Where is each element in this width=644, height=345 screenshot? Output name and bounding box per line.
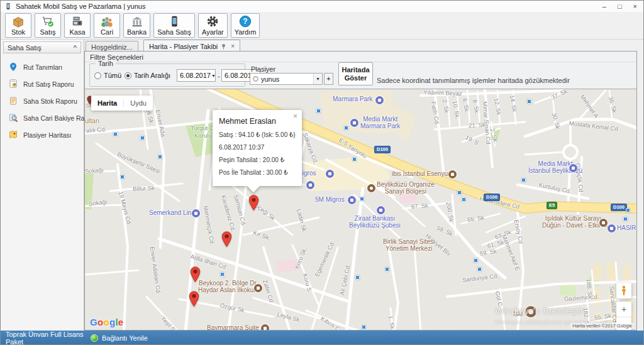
- box-icon: [11, 14, 25, 28]
- google-logo[interactable]: Google: [90, 317, 124, 327]
- map-pin-icon: [9, 62, 18, 72]
- filter-panel: Filtre Seçenekleri Tarih Tümü Tarih Aral…: [85, 52, 636, 89]
- dropdown-arrow-icon[interactable]: ▼: [211, 74, 216, 78]
- sidebar-item-plasiyer-haritasi[interactable]: Plasiyer Haritası: [1, 126, 84, 143]
- yardim-button[interactable]: ? Yardım: [231, 13, 260, 38]
- street-label: 67. Sk: [411, 202, 429, 210]
- combo-circle-icon: [253, 76, 258, 82]
- street-label: Mehmet A: [579, 93, 600, 119]
- title-bar: Sahatek Mobil Satış ve Pazarlama | yunus…: [1, 1, 643, 12]
- date-from-input[interactable]: 6.08.2017 ▼: [177, 69, 216, 82]
- pushpin-icon[interactable]: [221, 43, 226, 50]
- zoom-in-button[interactable]: +: [616, 302, 631, 317]
- tab-map-tracking[interactable]: Harita - Plasiyer Takibi ×: [143, 40, 240, 51]
- transit-stop-icon: [462, 197, 466, 202]
- street-label: 2. Sk: [441, 99, 451, 114]
- add-plasiyer-button[interactable]: +: [324, 73, 333, 85]
- map-type-uydu-button[interactable]: Uydu: [123, 99, 153, 107]
- poi-label: Beykoop 2. Bölge Dr.Haydar Aslan İlkokul…: [198, 280, 258, 293]
- ayarlar-button[interactable]: Ayarlar: [198, 13, 228, 38]
- street-label: 59. Sk: [436, 224, 454, 238]
- transit-stop-icon: [623, 217, 628, 221]
- street-label: 10. Sk.: [452, 101, 462, 120]
- street-label: 36. Sk.: [608, 96, 619, 115]
- tab-welcome[interactable]: Hoşgeldiniz...: [86, 41, 138, 51]
- route-shield: D100: [484, 194, 500, 201]
- app-window: Sahatek Mobil Satış ve Pazarlama | yunus…: [0, 0, 644, 345]
- close-button[interactable]: ×: [633, 3, 637, 10]
- poi-label: Işıldak Kültür Sarayı -Düğün - Davet - E…: [542, 215, 608, 229]
- transit-stop-icon: [316, 109, 321, 113]
- saha-satis-button[interactable]: Saha Satış: [153, 13, 195, 38]
- radio-tumu[interactable]: [94, 72, 101, 79]
- street-label: Ersoy Cd: [513, 219, 525, 244]
- cari-button[interactable]: Cari: [94, 13, 120, 38]
- route-shield: D100: [374, 146, 391, 153]
- street-label: 59. Sk: [479, 248, 497, 257]
- transit-stop-icon: [352, 157, 357, 162]
- bank-icon: [130, 14, 144, 28]
- street-label: 188. Sk: [586, 278, 594, 299]
- pegman-control[interactable]: [616, 283, 631, 298]
- poi-label: Marmara Park: [333, 96, 372, 102]
- transit-stop-icon: [626, 208, 630, 212]
- street-label: Kurtuluş Cd.: [538, 181, 572, 195]
- bag-poi-icon: [192, 209, 200, 217]
- collapse-icon[interactable]: ^: [74, 44, 77, 52]
- bag-poi-icon: [306, 181, 314, 189]
- map-marker[interactable]: [189, 291, 199, 307]
- poi-label: 5M Migros: [315, 196, 345, 203]
- dot-poi-icon: [367, 184, 375, 192]
- sidebar-item-saha-stok-raporu[interactable]: Saha Stok Raporu: [1, 92, 84, 109]
- sidebar-item-rut-satis-raporu[interactable]: Rut Satış Raporu: [1, 75, 84, 92]
- refresh-connection-button[interactable]: Bağlantı Yenile: [102, 334, 148, 342]
- transit-stop-icon: [457, 190, 462, 195]
- app-icon: [4, 3, 12, 10]
- map-marker[interactable]: [248, 195, 259, 211]
- map-marker[interactable]: [221, 231, 232, 248]
- sidebar-item-saha-cari-bakiye[interactable]: Saha Cari Bakiye Rap...: [1, 109, 84, 126]
- mobile-phone-icon: [167, 14, 181, 28]
- kasa-button[interactable]: Kasa: [64, 13, 91, 38]
- school-poi-icon: [254, 284, 262, 292]
- street-label: Zafer Cd: [262, 279, 275, 304]
- culture-poi-icon: [599, 219, 608, 227]
- map-type-harita-button[interactable]: Harita: [91, 99, 123, 107]
- map-marker[interactable]: [190, 266, 201, 283]
- street-label: 19 Mayıs Cd.: [118, 190, 133, 226]
- transit-stop-icon: [362, 325, 366, 329]
- pegman-icon: [620, 285, 628, 296]
- banka-button[interactable]: Banka: [123, 13, 150, 38]
- license-text: Toprak Ünvan Full Lisans Paket: [6, 331, 84, 345]
- street-label: alık Cd.: [86, 126, 107, 134]
- plasiyer-combobox[interactable]: yunus ▼: [250, 73, 323, 85]
- tab-bar: Hoşgeldiniz... Harita - Plasiyer Takibi …: [84, 40, 643, 51]
- tab-close-icon[interactable]: ×: [231, 43, 235, 50]
- minimize-button[interactable]: –: [602, 3, 606, 10]
- map-canvas[interactable]: Kırçiçeği SkKır Sk.Samsun Cd.Atilla İlha…: [85, 89, 636, 330]
- street-label: Yeşil Sk: [160, 315, 179, 330]
- dropdown-arrow-icon[interactable]: ▼: [313, 74, 322, 84]
- sidebar-item-rut-tanimlari[interactable]: Rut Tanımları: [1, 58, 84, 75]
- people-icon: [100, 14, 114, 28]
- radio-tarih-araligi[interactable]: [125, 72, 131, 79]
- street-label: 65. Sk: [467, 214, 484, 223]
- status-bar: Toprak Ünvan Full Lisans Paket Bağlantı …: [1, 331, 643, 345]
- transit-stop-icon: [113, 132, 118, 136]
- street-label: Koru Sk.: [293, 246, 308, 270]
- poi-label: HASIR: [617, 224, 636, 231]
- stok-button[interactable]: Stok: [5, 13, 31, 38]
- info-window-title: Mehmet Eraslan: [219, 117, 296, 126]
- transit-stop-icon: [385, 267, 389, 271]
- satis-button[interactable]: Satış: [35, 13, 61, 38]
- sidebar-header[interactable]: Saha Satış ^: [3, 41, 81, 53]
- cart-check-icon: [41, 14, 55, 28]
- maximize-button[interactable]: □: [618, 3, 622, 10]
- street-label: Mustafa Kemal Cd: [569, 119, 618, 132]
- street-label: Egemenlik Cd: [313, 241, 335, 278]
- cart-poi-icon: [348, 196, 356, 204]
- info-window-close-icon[interactable]: ×: [293, 112, 297, 120]
- poi-label: Birlik Sanayi SitesiYönetim Merkezi: [383, 238, 435, 252]
- show-on-map-button[interactable]: HaritadaGöster: [338, 62, 373, 85]
- street-label: Sokağı: [88, 198, 108, 207]
